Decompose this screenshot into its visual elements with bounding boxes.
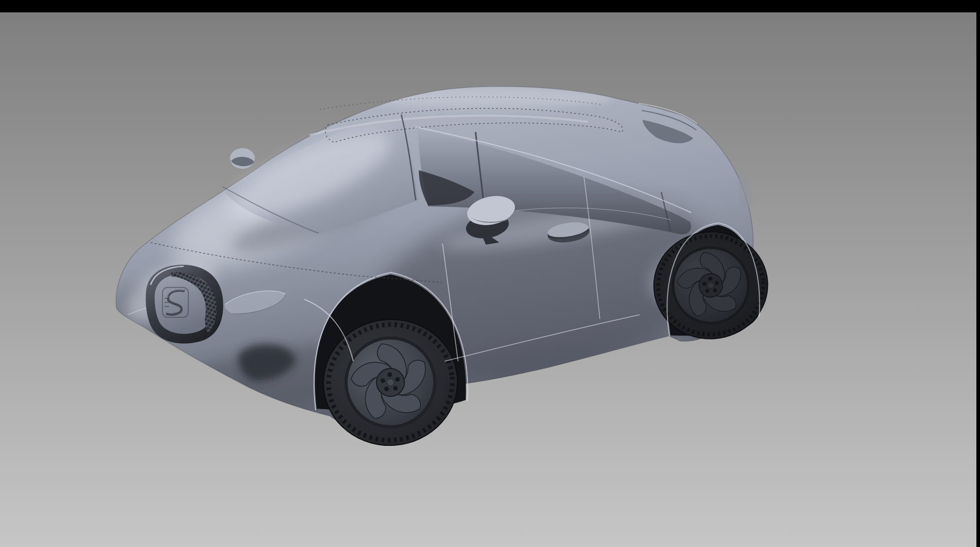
left-mirror-nub (230, 148, 255, 169)
application-window (0, 0, 980, 547)
front-grille (146, 265, 223, 344)
window-right-edge-bar (976, 0, 980, 547)
window-top-bar (0, 0, 980, 12)
viewport-3d[interactable] (0, 0, 980, 547)
